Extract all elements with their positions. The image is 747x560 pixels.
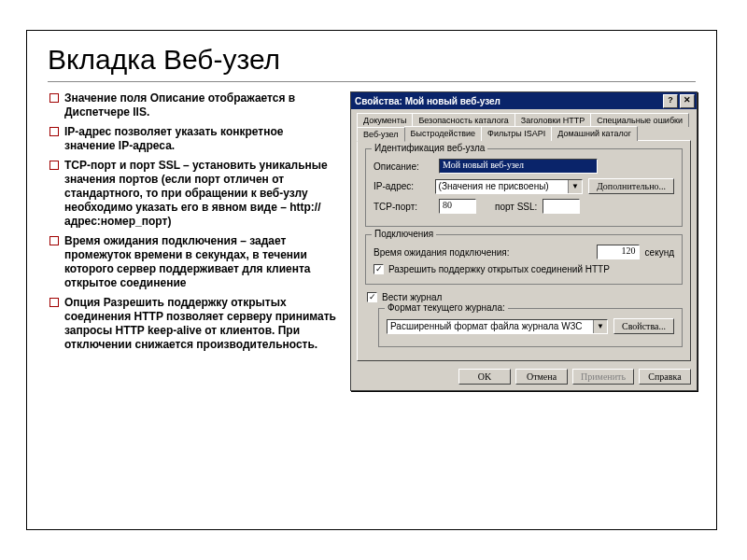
slide-body: Значение поля Описание отображается в Ди… (27, 91, 716, 391)
tab-row-1: Документы Безопасность каталога Заголовк… (357, 113, 691, 127)
tab-home-directory[interactable]: Домашний каталог (551, 126, 638, 141)
ssl-port-label: порт SSL: (495, 202, 537, 212)
tcp-port-input[interactable]: 80 (439, 199, 476, 214)
chevron-down-icon[interactable]: ▼ (568, 180, 582, 193)
dialog-button-row: OK Отмена Применить Справка (351, 365, 697, 390)
group-identification-title: Идентификация веб-узла (372, 143, 487, 153)
ip-label: IP-адрес: (374, 181, 430, 191)
properties-dialog: Свойства: Мой новый веб-узел ? ✕ Докумен… (350, 91, 698, 391)
cancel-button[interactable]: Отмена (515, 369, 568, 385)
log-properties-button[interactable]: Свойства... (613, 318, 674, 334)
dialog-title: Свойства: Мой новый веб-узел (355, 96, 661, 106)
tab-http-headers[interactable]: Заголовки HTTP (514, 113, 591, 127)
bullet-item: IP-адрес позволяет указать конкретное зн… (48, 125, 337, 153)
keepalive-checkbox[interactable]: ✓ (374, 264, 384, 274)
timeout-unit: секунд (645, 247, 674, 258)
bullet-list: Значение поля Описание отображается в Ди… (48, 91, 337, 391)
tab-documents[interactable]: Документы (357, 113, 413, 127)
tab-row-2: Веб-узел Быстродействие Фильтры ISAPI До… (357, 127, 691, 141)
dialog-titlebar[interactable]: Свойства: Мой новый веб-узел ? ✕ (351, 92, 697, 109)
bullet-item: Опция Разрешить поддержку открытых соеди… (48, 296, 337, 352)
title-underline (48, 81, 696, 82)
log-format-combo[interactable]: Расширенный формат файла журнала W3C ▼ (387, 319, 608, 334)
slide-frame: Вкладка Веб-узел Значение поля Описание … (26, 30, 717, 530)
ip-combo-value: (Значения не присвоены) (436, 180, 568, 193)
bullet-item: Время ожидания подключения – задает пром… (48, 234, 337, 290)
description-input[interactable]: Мой новый веб-узел (439, 159, 598, 174)
group-log-format-title: Формат текущего журнала: (385, 302, 508, 313)
logging-checkbox[interactable]: ✓ (367, 292, 377, 302)
dialog-body: Документы Безопасность каталога Заголовк… (351, 109, 697, 365)
tab-directory-security[interactable]: Безопасность каталога (412, 113, 514, 127)
tab-panel-website: Идентификация веб-узла Описание: Мой нов… (357, 140, 691, 361)
group-log-format: Формат текущего журнала: Расширенный фор… (378, 308, 683, 347)
help-icon[interactable]: ? (663, 94, 678, 108)
tab-isapi-filters[interactable]: Фильтры ISAPI (481, 126, 552, 141)
bullet-item: TCP-порт и порт SSL – установить уникаль… (48, 159, 337, 229)
ok-button[interactable]: OK (458, 369, 511, 385)
log-format-value: Расширенный формат файла журнала W3C (388, 320, 593, 333)
tab-performance[interactable]: Быстродействие (404, 126, 483, 141)
group-connections-title: Подключения (372, 229, 436, 239)
timeout-input[interactable]: 120 (597, 245, 640, 259)
chevron-down-icon[interactable]: ▼ (593, 320, 607, 333)
timeout-label: Время ожидания подключения: (374, 247, 591, 258)
help-button[interactable]: Справка (639, 369, 691, 385)
close-icon[interactable]: ✕ (680, 94, 695, 108)
tab-custom-errors[interactable]: Специальные ошибки (590, 113, 689, 127)
bullet-item: Значение поля Описание отображается в Ди… (48, 91, 337, 119)
group-connections: Подключения Время ожидания подключения: … (365, 234, 683, 285)
apply-button[interactable]: Применить (572, 369, 634, 385)
keepalive-label: Разрешить поддержку открытых соединений … (388, 264, 610, 274)
group-identification: Идентификация веб-узла Описание: Мой нов… (365, 148, 683, 227)
description-label: Описание: (374, 161, 433, 172)
ssl-port-input[interactable] (543, 199, 580, 214)
advanced-button[interactable]: Дополнительно... (588, 178, 674, 194)
tab-website[interactable]: Веб-узел (357, 127, 405, 142)
tcp-port-label: TCP-порт: (374, 202, 433, 212)
slide-title: Вкладка Веб-узел (27, 31, 716, 81)
ip-combo[interactable]: (Значения не присвоены) ▼ (435, 179, 583, 194)
logging-label: Вести журнал (382, 292, 442, 302)
